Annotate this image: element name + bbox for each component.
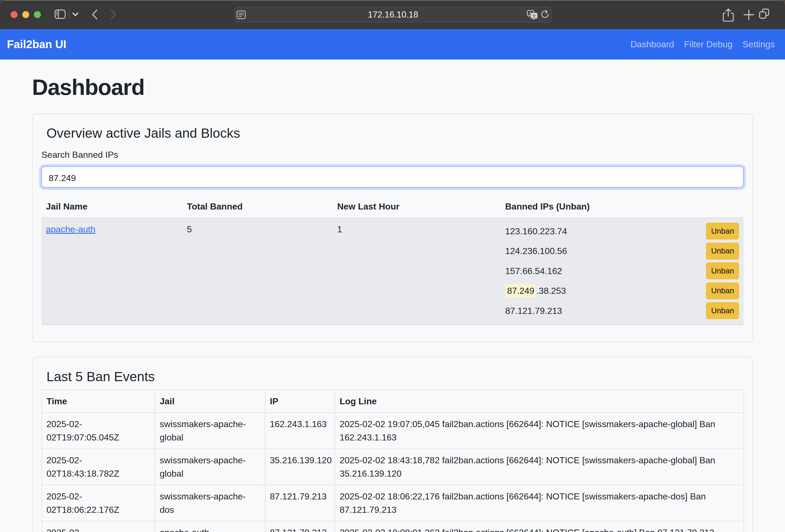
svg-text:文: 文: [532, 14, 536, 18]
